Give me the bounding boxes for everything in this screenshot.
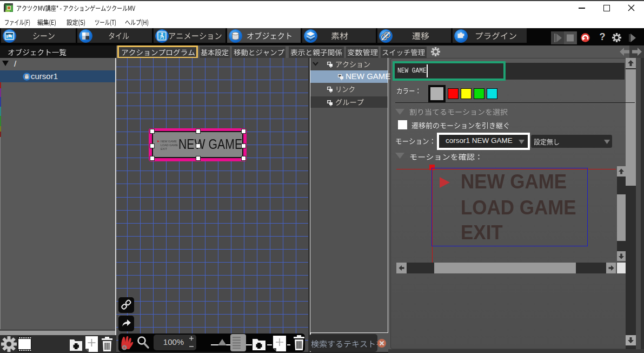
svg-text:NEW GAME: NEW GAME [161, 140, 177, 143]
svg-text:LOAD GAME: LOAD GAME [161, 143, 178, 147]
svg-text:EXIT: EXIT [161, 147, 168, 151]
